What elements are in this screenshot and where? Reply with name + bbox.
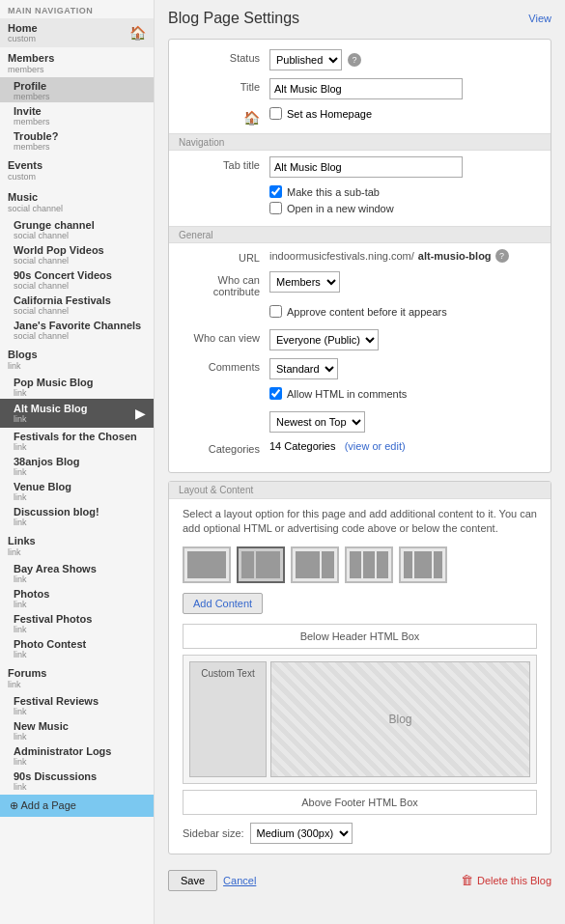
title-row: Title [183, 78, 537, 99]
sidebar: MAIN NAVIGATION Home custom 🏠 Members me… [0, 0, 155, 924]
home-icon: 🏠 [129, 25, 146, 41]
sidebar-item-photocontest[interactable]: Photo Contest link [0, 635, 154, 660]
status-label: Status [183, 49, 269, 64]
whoview-label: Who can view [183, 329, 269, 344]
sidebar-section-forums[interactable]: Forums [0, 662, 154, 680]
allowhtml-row: Allow HTML in comments [183, 387, 537, 404]
sidebar-item-photos[interactable]: Photos link [0, 585, 154, 610]
allowhtml-checkbox[interactable] [269, 387, 282, 400]
sidebar-item-profile[interactable]: Profile members [0, 77, 154, 102]
sidebar-section-music[interactable]: Music [0, 186, 154, 204]
approve-checkbox[interactable] [269, 305, 282, 318]
sidebar-home-sub: custom [8, 34, 38, 43]
sidebar-item-popmusic[interactable]: Pop Music Blog link [0, 374, 154, 399]
sidebar-members-sub: members [0, 65, 154, 77]
categories-link[interactable]: (view or edit) [345, 440, 406, 452]
sidebar-item-newmusic[interactable]: New Music link [0, 717, 154, 742]
main-content: Blog Page Settings View Status Published… [155, 0, 565, 924]
trash-icon: 🗑 [461, 873, 473, 887]
approve-row: Approve content before it appears [183, 305, 537, 322]
newwindow-checkbox[interactable] [269, 202, 282, 214]
tabtitle-input[interactable] [269, 156, 463, 178]
layout-two-right[interactable] [291, 546, 339, 583]
delete-label: Delete this Blog [477, 875, 551, 886]
add-content-button[interactable]: Add Content [183, 593, 263, 614]
navigation-section-label: Navigation [179, 137, 224, 148]
whoview-select[interactable]: Everyone (Public) Members [269, 329, 379, 350]
page-title: Blog Page Settings [168, 10, 299, 27]
sidebar-item-bayarea[interactable]: Bay Area Shows link [0, 560, 154, 585]
tabtitle-label: Tab title [183, 156, 269, 171]
tabtitle-row: Tab title [183, 156, 537, 178]
sidebar-item-altmusic[interactable]: Alt Music Blog link ▶ [0, 399, 154, 428]
comments-select[interactable]: Standard Disabled [269, 358, 338, 379]
active-arrow-icon: ▶ [135, 406, 146, 421]
layout-single[interactable] [183, 546, 231, 583]
layout-description: Select a layout option for this page and… [183, 507, 537, 537]
url-prefix: indoormusicfestivals.ning.com/ [269, 250, 414, 262]
add-page-button[interactable]: ⊕ Add a Page [0, 795, 154, 817]
sidebar-item-trouble[interactable]: Trouble? members [0, 127, 154, 153]
categories-row: Categories 14 Categories (view or edit) [183, 440, 537, 455]
sidebar-size-select[interactable]: Medium (300px) Small (200px) Large (400p… [250, 823, 353, 844]
newwindow-label: Open in a new window [287, 203, 394, 214]
comments-row: Comments Standard Disabled [183, 358, 537, 379]
layout-options [183, 546, 537, 583]
sidebar-item-worldpop[interactable]: World Pop Videos social channel [0, 241, 154, 266]
sidebar-item-invite[interactable]: Invite members [0, 102, 154, 127]
sortorder-select[interactable]: Newest on Top Oldest on Top [269, 411, 365, 433]
subtab-checkbox[interactable] [269, 185, 282, 198]
sidebar-item-adminlogs[interactable]: Administrator Logs link [0, 742, 154, 768]
house-icon: 🏠 [243, 110, 260, 126]
url-suffix: alt-musio-blog [418, 250, 492, 262]
sidebar-item-festivals[interactable]: Festivals for the Chosen link [0, 428, 154, 453]
url-label: URL [183, 249, 269, 264]
blog-col: Blog [270, 661, 530, 777]
view-row: Who can view Everyone (Public) Members [183, 329, 537, 350]
sidebar-section-events[interactable]: Events [0, 154, 154, 172]
title-label: Title [183, 78, 269, 93]
sidebar-section-links[interactable]: Links [0, 530, 154, 547]
subtab-label: Make this a sub-tab [287, 186, 380, 198]
layout-preview: Custom Text Blog [183, 655, 537, 784]
sidebar-section-members[interactable]: Members [0, 47, 154, 65]
sidebar-item-venue[interactable]: Venue Blog link [0, 478, 154, 503]
sidebar-item-grunge[interactable]: Grunge channel social channel [0, 216, 154, 241]
settings-panel: Status Published Draft ? Title 🏠 [168, 39, 551, 473]
layout-two-left[interactable] [237, 546, 285, 583]
sidebar-item-festreviews[interactable]: Festival Reviews link [0, 692, 154, 717]
title-input[interactable] [269, 78, 463, 99]
categories-label: Categories [183, 440, 269, 455]
url-help-icon[interactable]: ? [495, 249, 509, 263]
sidebar-home-title: Home [8, 22, 38, 34]
contribute-select[interactable]: Members Everyone Admins [269, 271, 340, 293]
sidebar-item-festivalphotos[interactable]: Festival Photos link [0, 610, 154, 635]
contribute-label: Who can contribute [183, 271, 269, 297]
view-link[interactable]: View [528, 13, 551, 24]
layout-three[interactable] [345, 546, 393, 583]
approve-label: Approve content before it appears [287, 306, 447, 318]
status-row: Status Published Draft ? [183, 49, 537, 70]
sidebar-item-discussion[interactable]: Discussion blog! link [0, 503, 154, 528]
layout-three-wide[interactable] [399, 546, 447, 583]
delete-button[interactable]: 🗑 Delete this Blog [461, 873, 551, 887]
sidebar-item-banjos[interactable]: 38anjos Blog link [0, 453, 154, 478]
url-row: URL indoormusicfestivals.ning.com/ alt-m… [183, 249, 537, 264]
cancel-button[interactable]: Cancel [223, 875, 256, 886]
sidebar-size-label: Sidebar size: [183, 827, 244, 839]
status-help-icon[interactable]: ? [348, 53, 361, 67]
save-button[interactable]: Save [168, 870, 217, 891]
sidebar-section-blogs[interactable]: Blogs [0, 344, 154, 361]
homepage-checkbox[interactable] [269, 107, 282, 120]
sidebar-item-90sconcert[interactable]: 90s Concert Videos social channel [0, 266, 154, 292]
sidebar-header: MAIN NAVIGATION [0, 0, 154, 18]
sidebar-item-home[interactable]: Home custom 🏠 [0, 18, 154, 47]
status-select[interactable]: Published Draft [269, 49, 342, 70]
sidebar-item-90sdiscussions[interactable]: 90s Discussions link [0, 768, 154, 793]
sidebar-item-california[interactable]: California Festivals social channel [0, 292, 154, 317]
categories-count: 14 Categories [269, 440, 336, 452]
sidebar-item-janes[interactable]: Jane's Favorite Channels social channel [0, 317, 154, 342]
general-section-label: General [179, 230, 213, 240]
sortorder-row: Newest on Top Oldest on Top [183, 411, 537, 433]
subtab-row: Make this a sub-tab Open in a new window [183, 185, 537, 218]
